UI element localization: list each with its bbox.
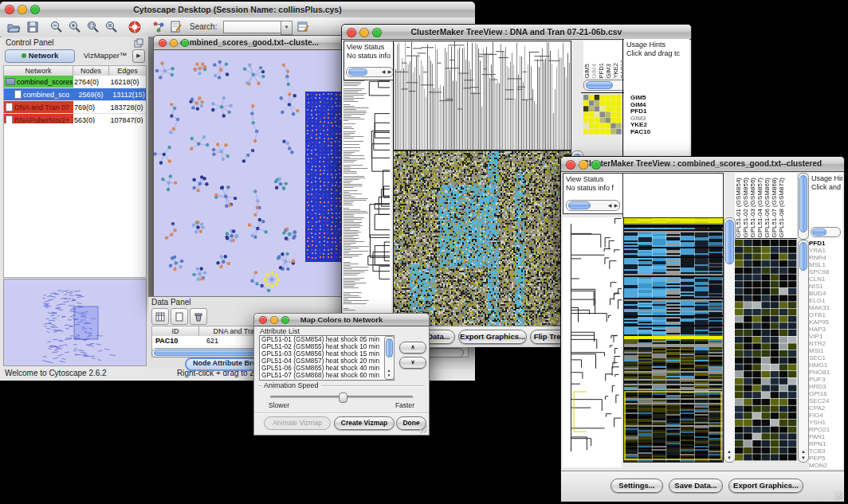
gene-label[interactable]: CLN1 (809, 275, 843, 283)
network-row[interactable]: DNA and Tran 07769(0)183728(0) (4, 101, 146, 114)
slider-thumb[interactable] (339, 393, 347, 403)
gene-label[interactable]: SEC1 (809, 354, 843, 361)
zoom-in-icon[interactable] (68, 20, 82, 34)
gene-label[interactable]: PAC10 (630, 129, 665, 136)
scrollbar-thumb[interactable] (799, 242, 807, 271)
move-up-button[interactable]: ∧ (399, 342, 426, 354)
main-titlebar[interactable]: Cytoscape Desktop (Session Name: collins… (0, 2, 475, 18)
new-attribute-icon[interactable] (171, 308, 188, 325)
birdseye-view[interactable] (3, 279, 147, 366)
gene-label[interactable]: MSL1 (809, 261, 843, 268)
zoom-window-icon[interactable] (372, 28, 382, 37)
scroll-up-icon[interactable]: ▲ (726, 449, 732, 454)
gene-label[interactable]: ELG1 (809, 297, 843, 304)
scroll-down-icon[interactable]: ▼ (726, 455, 732, 460)
attribute-item[interactable]: GPL51-07 (GSM868) heat shock 60 min (260, 372, 394, 379)
tv2-labels-vscrollbar[interactable] (798, 173, 809, 240)
gene-label[interactable]: HMG1 (809, 361, 843, 369)
tv2-heatmap[interactable] (623, 217, 724, 463)
gene-label[interactable]: YRA1 (809, 247, 843, 254)
gene-label[interactable]: GPI16 (809, 390, 843, 397)
close-icon[interactable] (159, 39, 167, 47)
network-view-titlebar[interactable]: combined_scores_good.txt--cluste... (154, 36, 345, 50)
scroll-right-icon[interactable]: ▶ (613, 203, 619, 208)
scroll-down-icon[interactable]: ▼ (800, 455, 807, 460)
search-config-icon[interactable] (296, 20, 311, 34)
gene-label[interactable]: PEP5 (809, 455, 843, 462)
resize-grip[interactable] (418, 424, 427, 433)
col-header-edges[interactable]: Edges (109, 66, 146, 76)
scrollbar-thumb[interactable] (386, 338, 393, 357)
animation-speed-slider[interactable] (270, 396, 413, 398)
save-data-button[interactable]: Save Data... (669, 479, 723, 493)
gene-label[interactable]: RPO21 (809, 426, 843, 433)
minimize-icon[interactable] (170, 39, 178, 47)
scrollbar-thumb[interactable] (725, 220, 734, 264)
gene-label[interactable]: HRD3 (809, 383, 843, 390)
gene-label[interactable]: HAP3 (809, 326, 843, 333)
gene-label[interactable]: PHO81 (809, 369, 843, 376)
gene-label[interactable]: RNR4 (809, 254, 843, 261)
zoom-window-icon[interactable] (591, 160, 601, 170)
attribute-item[interactable]: GPL51-03 (GSM856) heat shock 15 min (260, 350, 394, 357)
zoom-window-icon[interactable] (30, 5, 40, 14)
gene-label[interactable]: RPN1 (809, 440, 843, 447)
scroll-left-icon[interactable]: ◀ (380, 69, 387, 74)
minimize-icon[interactable] (270, 316, 278, 324)
minimize-icon[interactable] (18, 5, 27, 14)
minimize-icon[interactable] (579, 160, 588, 170)
tv2-status-hscrollbar[interactable]: ◀▶ (566, 200, 620, 211)
move-down-button[interactable]: ∨ (399, 357, 426, 369)
node-attributes-icon[interactable] (151, 20, 166, 34)
scrollbar-thumb[interactable] (799, 175, 807, 232)
tv1-column-dendrogram[interactable] (393, 41, 571, 150)
tv2-heatmap-vscrollbar[interactable]: ▲▼ (724, 217, 736, 463)
dialog-titlebar[interactable]: Map Colors to Network (254, 314, 429, 326)
scrollbar-thumb[interactable] (568, 201, 591, 209)
attribute-item[interactable]: GPL51-02 (GSM855) heat shock 10 min (260, 343, 394, 350)
settings-button[interactable]: Settings... (610, 479, 663, 493)
attribute-list-vscrollbar[interactable]: ▲▼ (384, 336, 395, 380)
scroll-left-icon[interactable]: ◀ (607, 203, 613, 208)
tv2-detail-vscrollbar[interactable]: ▲▼ (798, 240, 809, 463)
tv2-usage-hscrollbar[interactable] (811, 227, 841, 237)
gene-label[interactable]: PUF3 (809, 376, 843, 383)
gene-label[interactable]: NTR2 (809, 340, 843, 347)
treeview1-window-controls[interactable] (347, 28, 382, 37)
close-icon[interactable] (5, 5, 14, 14)
gene-label[interactable]: SPC98 (809, 268, 843, 275)
attribute-item[interactable]: GPL51-04 (GSM857) heat shock 20 min (260, 357, 394, 365)
save-icon[interactable] (26, 20, 40, 34)
create-vizmap-button[interactable]: Create Vizmap (334, 416, 395, 430)
scrollbar-thumb[interactable] (348, 68, 367, 76)
gene-label[interactable]: GTB1 (809, 311, 843, 318)
window-controls[interactable] (5, 5, 40, 14)
tv1-row-dendrogram[interactable] (344, 80, 391, 326)
tv2-detail-heatmap[interactable] (735, 240, 797, 461)
tv1-detail-matrix[interactable] (583, 95, 622, 135)
close-icon[interactable] (566, 160, 575, 170)
gene-label[interactable]: MSI1 (809, 347, 843, 354)
gene-label[interactable]: BUD4 (809, 290, 843, 297)
col-header-id[interactable]: ID (152, 326, 199, 336)
tv2-row-dendrogram[interactable] (563, 217, 622, 467)
zoom-window-icon[interactable] (181, 39, 189, 47)
gene-label[interactable]: SEC24 (809, 397, 843, 404)
export-graphics-button[interactable]: Export Graphics... (728, 479, 803, 493)
tab-vizmapper[interactable]: VizMapper™ (77, 49, 134, 61)
attribute-item[interactable]: GPL51-01 (GSM854) heat shock 05 min (260, 336, 394, 343)
float-panel-icon[interactable] (134, 38, 143, 48)
gene-label[interactable]: PFD1 (809, 240, 843, 247)
gene-label[interactable]: MAK31 (809, 304, 843, 311)
gene-label[interactable]: KAP95 (809, 318, 843, 326)
network-window-controls[interactable] (159, 39, 189, 47)
dialog-window-controls[interactable] (259, 316, 289, 324)
zoom-fit-icon[interactable] (104, 20, 119, 34)
zoom-out-icon[interactable] (49, 20, 64, 34)
export-graphics-button[interactable]: Export Graphics... (458, 330, 527, 344)
network-row[interactable]: combined_sco2569(6)13112(15) (4, 88, 146, 101)
scroll-right-icon[interactable]: ▶ (387, 69, 393, 74)
network-row[interactable]: combined_scores2764(0)16218(0) (4, 76, 146, 88)
tab-overflow-arrow[interactable]: ▶ (132, 49, 145, 63)
gene-label[interactable]: NIS1 (809, 283, 843, 290)
